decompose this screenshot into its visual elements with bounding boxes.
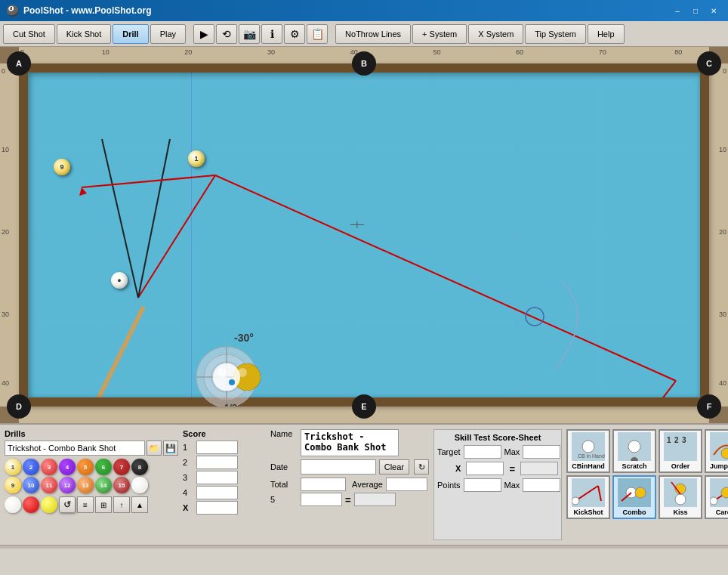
skill-points-max-input[interactable] [523, 478, 560, 492]
icon-btn-5[interactable]: ⚙ [284, 24, 305, 44]
tray-ball-13[interactable]: 13 [77, 477, 94, 493]
icon-btn-3[interactable]: 📷 [239, 24, 260, 44]
cue-ball[interactable]: ● [111, 272, 128, 289]
icon-btn-4[interactable]: ℹ [261, 24, 282, 44]
help-button[interactable]: Help [588, 24, 625, 44]
average-input[interactable] [386, 478, 427, 491]
icon-btn-6[interactable]: 📋 [307, 24, 328, 44]
tray-ball-14[interactable]: 14 [95, 477, 112, 493]
icon-btn-1[interactable]: ▶ [193, 24, 214, 44]
refresh-btn[interactable]: ↻ [414, 459, 429, 475]
pocket-d: D [7, 394, 31, 419]
ball-1[interactable]: 1 [188, 150, 205, 167]
svg-text:2: 2 [674, 436, 679, 444]
total-row: Total Average [270, 478, 429, 491]
score-3-input[interactable] [196, 471, 238, 484]
drill-icon-jumpshot[interactable]: JumpShot [705, 429, 728, 473]
tray-ball-11[interactable]: 11 [41, 477, 57, 493]
svg-point-42 [631, 457, 638, 461]
app-title: PoolShot - www.PoolShot.org [23, 5, 152, 16]
cut-shot-button[interactable]: Cut Shot [3, 24, 55, 44]
drill-icon-cbinhand[interactable]: CB in Hand CBinHand [566, 429, 610, 473]
ball-9[interactable]: 9 [54, 159, 70, 175]
kick-shot-button[interactable]: Kick Shot [57, 24, 111, 44]
pocket-a: A [7, 51, 31, 76]
svg-point-52 [572, 497, 579, 505]
clear-button[interactable]: Clear [379, 459, 409, 475]
date-input[interactable] [301, 459, 376, 475]
tray-ball-5[interactable]: 5 [77, 459, 94, 475]
tray-cue-ball[interactable] [131, 477, 148, 493]
drill-icons: CB in Hand CBinHand Scratch [566, 429, 728, 540]
skill-calc-row: X = [437, 462, 558, 475]
drill-icon-combo[interactable]: Combo [612, 475, 656, 519]
drill-icon-kiss[interactable]: Kiss [659, 475, 702, 519]
svg-text:CB in Hand: CB in Hand [578, 453, 605, 459]
tray-btn-5[interactable]: ≡ [77, 496, 94, 513]
bottom-panel: Drills 📁 💾 1 2 3 4 5 6 7 8 9 10 11 12 13… [0, 423, 728, 545]
tray-ball-4[interactable]: 4 [59, 459, 76, 475]
tray-ball-1[interactable]: 1 [5, 459, 21, 475]
drill-icon-scratch[interactable]: Scratch [612, 429, 656, 473]
skill-points-input[interactable] [464, 478, 501, 492]
felt[interactable]: 1/2 -30° [19, 63, 709, 407]
score-x-input[interactable] [196, 501, 238, 515]
drill-icon-kickshot[interactable]: KickShot [566, 475, 610, 519]
drill-save-btn[interactable]: 💾 [163, 441, 178, 456]
tray-btn-7[interactable]: ↑ [113, 496, 130, 513]
tray-ball-3[interactable]: 3 [41, 459, 57, 475]
no-throw-button[interactable]: NoThrow Lines [335, 24, 411, 44]
drill-name-bar: 📁 💾 [5, 441, 178, 456]
tray-red-ball[interactable] [23, 496, 39, 513]
drill-title-textarea[interactable]: Trickshot - Combo Bank Shot [301, 429, 399, 456]
skill-section: Skill Test Score-Sheet Target Max X = Po… [433, 429, 562, 540]
tray-ball-15[interactable]: 15 [113, 477, 130, 493]
tray-ball-10[interactable]: 10 [23, 477, 39, 493]
tray-ball-7[interactable]: 7 [113, 459, 130, 475]
drill-folder-btn[interactable]: 📁 [147, 441, 162, 456]
icon-btn-2[interactable]: ⟲ [216, 24, 237, 44]
name-row: Name Trickshot - Combo Bank Shot [270, 429, 429, 456]
maximize-button[interactable]: □ [687, 4, 704, 17]
drill-icon-order[interactable]: 1 2 3 Order [659, 429, 702, 473]
score-1-input[interactable] [196, 441, 238, 454]
minimize-button[interactable]: – [669, 4, 686, 17]
score5-input[interactable] [301, 493, 342, 506]
tray-cue-ball-2[interactable] [5, 496, 21, 513]
score-2-input[interactable] [196, 456, 238, 469]
play-button[interactable]: Play [150, 24, 186, 44]
tray-ball-12[interactable]: 12 [59, 477, 76, 493]
svg-marker-20 [79, 187, 87, 196]
drill-name-input[interactable] [5, 441, 145, 456]
score5-result-input[interactable] [354, 493, 396, 506]
tray-btn-6[interactable]: ⊞ [95, 496, 112, 513]
score-4-input[interactable] [196, 486, 238, 499]
angle-indicator: -30° [234, 332, 254, 344]
score5-row: 5 = [270, 493, 429, 506]
plus-system-button[interactable]: + System [412, 24, 467, 44]
close-button[interactable]: ✕ [705, 4, 722, 17]
x-system-button[interactable]: X System [468, 24, 523, 44]
tray-yellow-ball[interactable] [41, 496, 57, 513]
tip-system-button[interactable]: Tip System [525, 24, 586, 44]
tray-ball-8[interactable]: 8 [131, 459, 148, 475]
ruler-left: 0 10 20 30 40 [0, 63, 19, 407]
svg-point-34 [213, 363, 240, 391]
svg-point-57 [675, 494, 686, 505]
skill-result-input[interactable] [520, 462, 558, 475]
tray-ball-2[interactable]: 2 [23, 459, 39, 475]
tray-ball-9[interactable]: 9 [5, 477, 21, 493]
shot-lines [19, 63, 709, 407]
tray-ball-6[interactable]: 6 [95, 459, 112, 475]
drill-icon-carom[interactable]: Carom [705, 475, 728, 519]
drills-section: Drills 📁 💾 1 2 3 4 5 6 7 8 9 10 11 12 13… [5, 429, 178, 540]
svg-point-62 [710, 497, 717, 505]
total-input[interactable] [301, 478, 346, 491]
tray-btn-8[interactable]: ▲ [131, 496, 148, 513]
skill-max-input[interactable] [523, 445, 560, 459]
tray-rotate-btn[interactable]: ↺ [59, 496, 76, 513]
table-container[interactable]: 0 10 20 30 40 50 60 70 80 0 10 20 30 40 … [0, 47, 728, 423]
skill-target-input[interactable] [464, 445, 501, 459]
drill-button[interactable]: Drill [113, 24, 148, 44]
skill-x-input[interactable] [466, 462, 504, 475]
